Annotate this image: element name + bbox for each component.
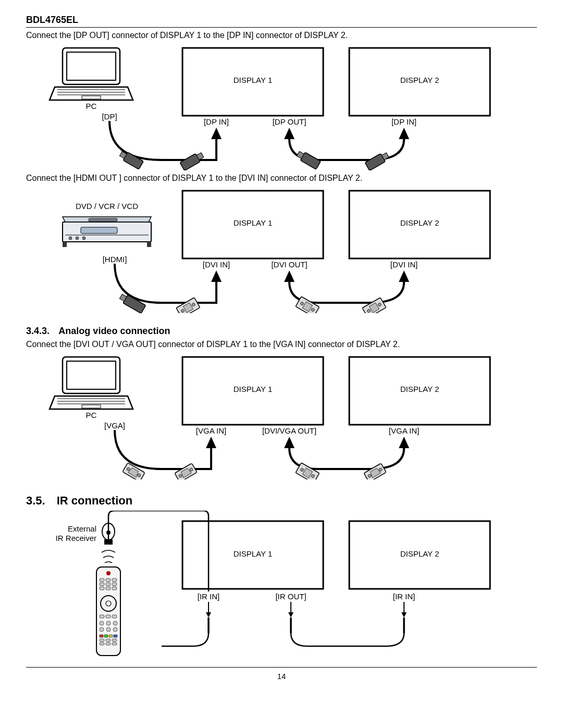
svg-rect-62 [106,578,111,582]
svg-rect-16 [81,227,117,233]
display2-label: DISPLAY 2 [400,549,439,558]
analog-intro-text: Connect the [DVI OUT / VGA OUT] connecto… [26,340,537,349]
svg-rect-67 [100,587,104,590]
dvi-connector-icon [176,298,200,313]
svg-rect-89 [106,643,111,645]
dvd-player-icon [63,217,151,247]
vga-connector-icon [175,463,197,479]
vga-connector-icon [364,463,386,479]
svg-rect-81 [100,635,103,637]
display2-label: DISPLAY 2 [400,218,439,227]
svg-point-75 [100,621,104,625]
dp-connector-icon [296,150,321,169]
pc-port-label: [DP] [102,112,117,121]
svg-rect-86 [106,639,111,641]
display1-label: DISPLAY 1 [234,218,273,227]
ir-cable-line [108,511,209,591]
svg-rect-72 [100,615,104,618]
arrow-icon [284,437,295,448]
ir-signal-icon [102,550,115,563]
jack-plug-icon [206,602,211,633]
model-number: BDL4765EL [26,15,537,26]
arrow-icon [206,437,216,448]
ir-heading: 3.5. IR connection [26,494,537,508]
svg-rect-63 [112,578,117,582]
d2-in-label: [DP IN] [391,117,417,126]
dvi-connector-icon [362,298,386,313]
remote-control-icon [96,567,120,656]
d1-in-label: [VGA IN] [196,426,226,435]
ir-in2-label: [IR IN] [393,592,415,601]
dp-intro-text: Connect the [DP OUT] connector of DISPLA… [26,31,537,40]
hdmi-connector-icon [118,292,145,313]
svg-rect-65 [106,583,111,586]
svg-rect-85 [100,639,104,641]
analog-diagram: PC [VGA] DISPLAY 1 DISPLAY 2 [VGA IN] [D… [26,354,537,479]
arrow-icon [211,270,222,282]
ir-cable-line [291,633,404,646]
dp-diagram: PC [DP] DISPLAY 1 DISPLAY 2 [DP IN] [DP … [26,45,537,170]
laptop-icon [50,357,133,409]
svg-rect-82 [104,635,108,637]
ir-in-label: [IR IN] [198,592,220,601]
svg-rect-88 [100,643,104,645]
svg-rect-68 [106,587,111,590]
svg-point-80 [113,627,117,632]
dp-connector-icon [118,150,143,169]
analog-heading: 3.4.3. Analog video connection [26,326,537,337]
d1-out-label: [DP OUT] [273,117,307,126]
pc-label: PC [86,411,97,419]
vga-port-label: [VGA] [104,421,125,430]
svg-rect-37 [63,357,120,393]
dvd-label: DVD / VCR / VCD [76,202,138,211]
svg-rect-1 [67,52,116,80]
svg-rect-66 [112,583,117,586]
ir-out-label: [IR OUT] [275,592,306,601]
dp-connector-icon [365,151,390,171]
header-rule [26,27,537,28]
svg-rect-61 [100,578,104,582]
svg-rect-74 [112,615,117,618]
laptop-icon [50,48,133,100]
svg-point-19 [76,237,79,240]
svg-point-79 [106,627,111,632]
svg-rect-87 [112,639,117,641]
svg-rect-22 [147,242,151,247]
arrow-icon [284,270,295,282]
svg-rect-21 [63,242,67,247]
vga-connector-icon [123,463,145,479]
display1-label: DISPLAY 1 [234,385,273,393]
svg-point-77 [113,621,117,625]
svg-rect-64 [100,583,104,586]
ir-diagram: External IR Receiver [26,511,537,667]
footer-rule [26,667,537,668]
arrow-icon [284,128,295,139]
svg-rect-0 [63,48,120,84]
svg-rect-83 [109,635,113,637]
hdmi-intro-text: Connect the [HDMI OUT ] connector of DIS… [26,174,537,183]
display2-label: DISPLAY 2 [400,76,439,84]
jack-plug-icon [401,602,407,633]
d1-in-label: [DVI IN] [203,260,230,269]
ir-receiver-label2: IR Receiver [56,534,96,542]
svg-rect-38 [67,361,116,389]
jack-plug-icon [288,602,293,633]
svg-rect-84 [114,635,117,637]
d1-out-label: [DVI/VGA OUT] [262,426,316,435]
svg-rect-69 [112,587,117,590]
page-number: 14 [26,672,537,681]
arrow-icon [399,128,409,139]
svg-point-76 [106,621,111,625]
display1-label: DISPLAY 1 [234,549,273,558]
svg-point-78 [100,627,104,632]
svg-point-20 [82,237,85,240]
arrow-icon [399,437,409,448]
hdmi-port-label: [HDMI] [103,255,127,264]
d2-in-label: [VGA IN] [389,426,419,435]
svg-rect-73 [106,615,111,618]
hdmi-diagram: DVD / VCR / VCD [HDMI] DISPLAY 1 DISPLAY… [26,188,537,313]
d1-out-label: [DVI OUT] [271,260,307,269]
svg-rect-5 [82,96,101,99]
pc-label: PC [86,102,97,110]
d1-in-label: [DP IN] [204,117,229,126]
